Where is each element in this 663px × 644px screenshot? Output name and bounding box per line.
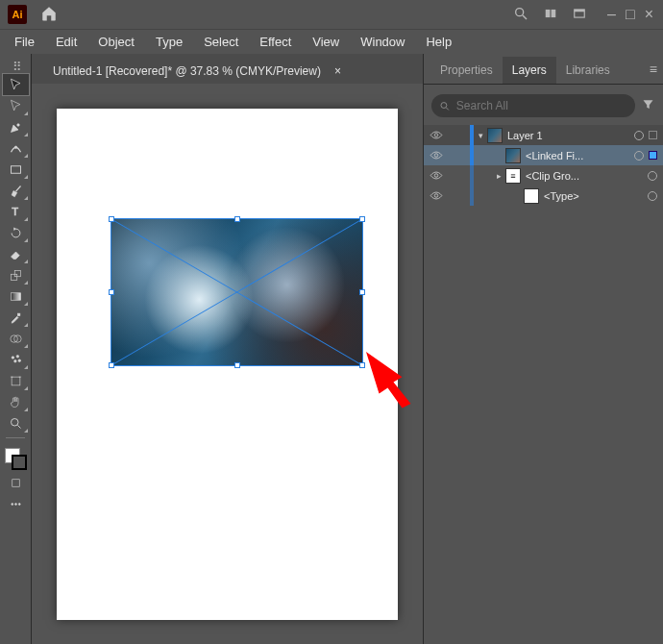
layer-row[interactable]: <Type> [424,186,663,206]
rotate-tool[interactable] [3,222,29,243]
svg-point-27 [11,503,12,505]
eraser-tool[interactable] [3,243,29,264]
menu-effect[interactable]: Effect [251,33,300,51]
toolbox: ⠿ T [0,54,32,644]
menu-type[interactable]: Type [147,33,191,51]
svg-point-36 [434,174,438,178]
screen-mode-icon[interactable] [573,7,586,23]
placed-image-selection[interactable] [110,218,363,366]
svg-point-35 [434,154,438,158]
menu-select[interactable]: Select [195,33,247,51]
svg-point-32 [441,102,447,108]
draw-mode[interactable] [3,472,29,493]
layer-search[interactable] [431,94,635,117]
close-tab-icon[interactable]: × [334,64,341,78]
artboard[interactable] [57,109,398,620]
menu-window[interactable]: Window [352,33,413,51]
svg-rect-13 [11,292,20,300]
layer-name[interactable]: <Clip Gro... [526,170,648,182]
edit-toolbar[interactable] [3,493,29,514]
shape-builder-tool[interactable] [3,328,29,349]
filter-icon[interactable] [641,97,655,114]
document-tab[interactable]: Untitled-1 [Recovered]* @ 37.83 % (CMYK/… [41,59,353,84]
svg-rect-5 [575,9,585,11]
menu-file[interactable]: File [6,33,43,51]
svg-rect-2 [546,9,551,16]
svg-line-1 [523,15,527,19]
menu-object[interactable]: Object [89,33,143,51]
target-icon[interactable] [634,151,644,161]
expand-toggle[interactable]: ▾ [474,131,487,140]
tab-layers[interactable]: Layers [503,57,556,84]
gradient-tool[interactable] [3,285,29,307]
svg-point-6 [16,123,19,126]
handle-icon[interactable] [109,289,114,295]
type-tool[interactable]: T [3,201,29,222]
layer-name[interactable]: <Type> [544,190,648,202]
layer-thumbnail: ≡ [505,168,521,184]
svg-point-28 [14,503,16,505]
svg-point-17 [12,356,14,359]
document-tab-title: Untitled-1 [Recovered]* @ 37.83 % (CMYK/… [53,64,321,78]
zoom-tool[interactable] [3,412,29,433]
layer-row[interactable]: <Linked Fi... [424,145,663,165]
close-button[interactable]: × [645,6,653,23]
arrange-documents-icon[interactable] [544,7,557,23]
fill-stroke-swatch[interactable] [3,446,29,472]
paintbrush-tool[interactable] [3,180,29,201]
layer-name[interactable]: Layer 1 [507,130,634,141]
canvas[interactable] [32,84,423,644]
hand-tool[interactable] [3,391,29,412]
layer-row[interactable]: ▾ Layer 1 [424,125,663,145]
selection-box[interactable] [649,131,657,139]
visibility-toggle[interactable] [424,150,449,161]
panel-menu-icon[interactable]: ≡ [650,62,657,77]
expand-toggle[interactable]: ▸ [492,171,505,181]
toolbox-grip[interactable]: ⠿ [12,60,18,74]
title-bar: Ai – □ × [0,0,663,29]
svg-text:T: T [12,206,18,217]
selection-tool[interactable] [3,74,29,95]
selection-box[interactable] [649,151,657,160]
svg-point-7 [14,146,17,149]
home-icon[interactable] [40,5,58,25]
layer-row[interactable]: ▸ ≡ <Clip Gro... [424,165,663,186]
curvature-tool[interactable] [3,137,29,159]
visibility-toggle[interactable] [424,170,449,181]
document-area: Untitled-1 [Recovered]* @ 37.83 % (CMYK/… [32,54,423,644]
target-icon[interactable] [634,131,644,140]
pen-tool[interactable] [3,116,29,137]
direct-selection-tool[interactable] [3,95,29,116]
scale-tool[interactable] [3,264,29,285]
svg-point-29 [18,503,20,505]
artboard-tool[interactable] [3,370,29,391]
svg-point-0 [516,8,524,15]
menu-help[interactable]: Help [417,33,460,51]
handle-icon[interactable] [109,362,114,368]
svg-rect-21 [12,377,20,385]
menu-view[interactable]: View [304,33,348,51]
menu-edit[interactable]: Edit [47,33,86,51]
layer-search-input[interactable] [456,99,627,112]
svg-rect-8 [11,165,20,173]
target-icon[interactable] [648,171,657,181]
eyedropper-tool[interactable] [3,307,29,328]
app-badge: Ai [8,5,27,24]
handle-icon[interactable] [234,216,240,222]
symbol-sprayer-tool[interactable] [3,349,29,370]
layer-name[interactable]: <Linked Fi... [526,150,634,161]
svg-rect-12 [14,270,20,276]
search-icon[interactable] [513,6,528,24]
tab-properties[interactable]: Properties [430,57,503,84]
handle-icon[interactable] [234,362,240,368]
rectangle-tool[interactable] [3,159,29,180]
visibility-toggle[interactable] [424,190,449,201]
handle-icon[interactable] [359,216,365,222]
handle-icon[interactable] [109,216,114,222]
visibility-toggle[interactable] [424,130,449,140]
minimize-button[interactable]: – [607,6,616,23]
tab-libraries[interactable]: Libraries [556,57,620,84]
handle-icon[interactable] [359,289,365,295]
maximize-button[interactable]: □ [626,6,635,23]
target-icon[interactable] [648,191,657,201]
